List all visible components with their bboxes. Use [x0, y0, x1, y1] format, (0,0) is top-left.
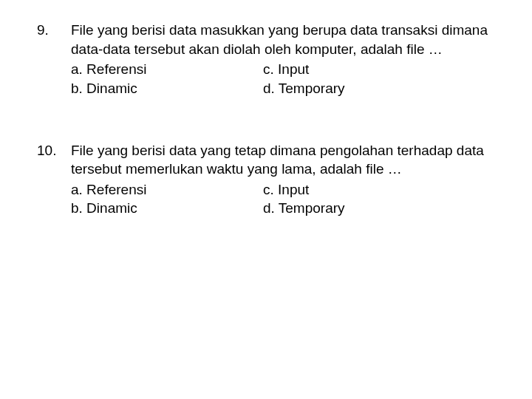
- question-stem: File yang berisi data yang tetap dimana …: [71, 141, 495, 179]
- question-number: 9.: [37, 21, 71, 98]
- options: a. Referensi b. Dinamic c. Input d. Temp…: [71, 180, 495, 218]
- options-right-column: c. Input d. Temporary: [263, 180, 495, 218]
- question-9: 9. File yang berisi data masukkan yang b…: [37, 21, 495, 98]
- option-c: c. Input: [263, 180, 495, 200]
- option-a: a. Referensi: [71, 180, 263, 200]
- options: a. Referensi b. Dinamic c. Input d. Temp…: [71, 60, 495, 98]
- option-d: d. Temporary: [263, 79, 495, 98]
- option-d: d. Temporary: [263, 199, 495, 218]
- question-body: File yang berisi data masukkan yang beru…: [71, 21, 495, 98]
- question-body: File yang berisi data yang tetap dimana …: [71, 141, 495, 219]
- question-10: 10. File yang berisi data yang tetap dim…: [37, 141, 495, 219]
- options-right-column: c. Input d. Temporary: [263, 60, 495, 98]
- option-a: a. Referensi: [71, 60, 263, 79]
- options-left-column: a. Referensi b. Dinamic: [71, 180, 263, 218]
- question-stem: File yang berisi data masukkan yang beru…: [71, 21, 495, 58]
- page: 9. File yang berisi data masukkan yang b…: [0, 0, 532, 218]
- option-c: c. Input: [263, 60, 495, 79]
- options-left-column: a. Referensi b. Dinamic: [71, 60, 263, 98]
- option-b: b. Dinamic: [71, 79, 263, 98]
- question-number: 10.: [37, 141, 71, 219]
- option-b: b. Dinamic: [71, 199, 263, 218]
